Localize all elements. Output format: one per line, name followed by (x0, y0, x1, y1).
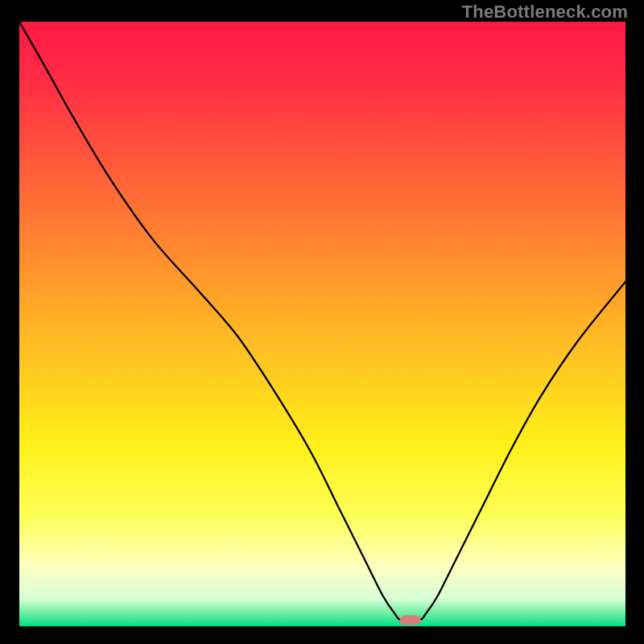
chart-svg (19, 22, 625, 626)
plot-area (19, 22, 625, 626)
watermark-text: TheBottleneck.com (462, 2, 628, 23)
gradient-background (19, 22, 625, 626)
chart-container: TheBottleneck.com (0, 0, 644, 644)
optimal-marker (400, 616, 421, 625)
